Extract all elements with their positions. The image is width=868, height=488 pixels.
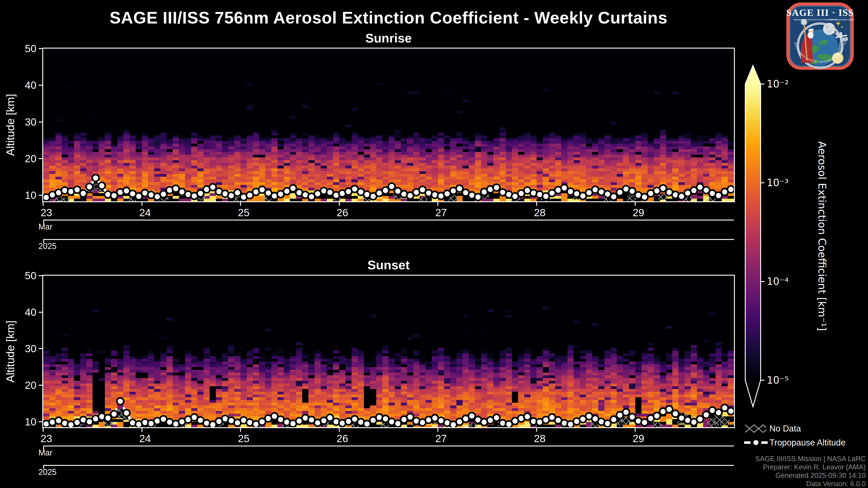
year-label: 2025 (38, 468, 57, 477)
x-tick-label: 23 (33, 433, 60, 445)
footer-mission-line: SAGE III/ISS Mission | NASA LaRC (755, 455, 866, 463)
colorbar-tick-label: 10⁻⁵ (767, 375, 789, 386)
x-tick-label: 26 (329, 433, 356, 445)
x-tick-label: 24 (131, 433, 159, 445)
y-tick-label: 30 (11, 116, 36, 128)
no-data-legend-icon (744, 423, 767, 434)
sunset-heatmap-canvas (43, 275, 734, 427)
y-tick (39, 158, 43, 159)
x-tick-label: 26 (329, 207, 356, 219)
x-tick-label: 25 (230, 207, 257, 219)
x-tick-label: 29 (625, 433, 652, 445)
colorbar (739, 61, 771, 414)
y-tick-label: 50 (11, 270, 36, 282)
x-tick (635, 201, 636, 206)
logo-moon-icon (823, 23, 835, 35)
x-tick-label: 27 (428, 433, 455, 445)
tropopause-legend-icon (743, 437, 769, 448)
colorbar-axis-label: Aerosol Extinction Coefficient [km⁻¹] (816, 141, 828, 331)
sunrise-plot-frame (42, 48, 735, 202)
x-tick-label: 24 (131, 207, 159, 219)
colorbar-tick-label: 10⁻⁴ (767, 275, 789, 287)
mission-patch-logo: SAGE III · ISS Stratospheric Aerosol and… (786, 2, 854, 70)
colorbar-gradient-arrow (745, 66, 761, 407)
x-tick (240, 201, 241, 206)
y-tick-label: 40 (11, 79, 36, 91)
x-tick (240, 427, 241, 432)
x-tick-label: 23 (33, 207, 60, 219)
footer-generated-line: Generated 2025-09-30 14:10 (755, 471, 866, 480)
y-tick (39, 48, 43, 49)
month-label: Mar (38, 448, 53, 457)
month-separator-line (43, 220, 734, 221)
x-tick (437, 201, 438, 206)
x-tick (43, 201, 43, 206)
y-tick-label: 40 (11, 306, 36, 318)
y-tick-label: 20 (11, 153, 36, 164)
x-tick-label: 25 (230, 433, 257, 445)
x-tick (536, 201, 537, 206)
no-data-legend-label: No Data (770, 423, 801, 434)
x-tick-label: 28 (526, 207, 553, 219)
x-tick-label: 27 (428, 207, 455, 219)
x-tick (437, 427, 438, 432)
month-separator-line (43, 446, 734, 447)
sunrise-heatmap-canvas (43, 48, 734, 201)
footer-version-line: Data Version: 6.0.0 (755, 480, 866, 488)
x-tick (339, 201, 340, 206)
y-tick-label: 10 (11, 416, 36, 428)
year-separator-line (43, 465, 734, 466)
y-tick-label: 20 (11, 379, 36, 391)
x-tick (43, 427, 43, 432)
panel-title-sunrise: Sunrise (43, 31, 734, 45)
x-tick (339, 427, 340, 432)
y-tick-label: 30 (11, 343, 36, 355)
tropopause-legend-label: Tropopause Altitude (770, 437, 846, 448)
y-tick (39, 348, 43, 349)
y-tick (39, 385, 43, 386)
y-tick (39, 312, 43, 313)
y-tick (39, 275, 43, 276)
footer-preparer-line: Preparer: Kevin R. Leavor (AMA) (755, 463, 866, 471)
year-label: 2025 (38, 242, 57, 251)
footer-credits: SAGE III/ISS Mission | NASA LaRC Prepare… (755, 455, 866, 488)
y-tick (39, 421, 43, 422)
y-tick-label: 10 (11, 189, 36, 201)
x-tick (142, 427, 143, 432)
y-tick (39, 122, 43, 123)
colorbar-ticks (761, 84, 765, 380)
panel-title-sunset: Sunset (43, 258, 734, 272)
x-tick (635, 427, 636, 432)
y-tick (39, 85, 43, 86)
colorbar-tick-label: 10⁻³ (767, 177, 789, 189)
month-label: Mar (38, 222, 53, 231)
logo-title: SAGE III · ISS (786, 7, 854, 18)
page-title: SAGE III/ISS 756nm Aerosol Extinction Co… (43, 8, 734, 27)
x-tick-label: 28 (526, 433, 553, 445)
y-tick (39, 195, 43, 196)
logo-subtitle2: International Space Station (829, 18, 854, 21)
y-tick-label: 50 (11, 43, 36, 55)
year-separator-line (43, 239, 734, 240)
x-tick (536, 427, 537, 432)
sunset-plot-frame (42, 275, 735, 428)
colorbar-tick-label: 10⁻² (767, 78, 789, 90)
x-tick (142, 201, 143, 206)
x-tick-label: 29 (625, 207, 652, 219)
